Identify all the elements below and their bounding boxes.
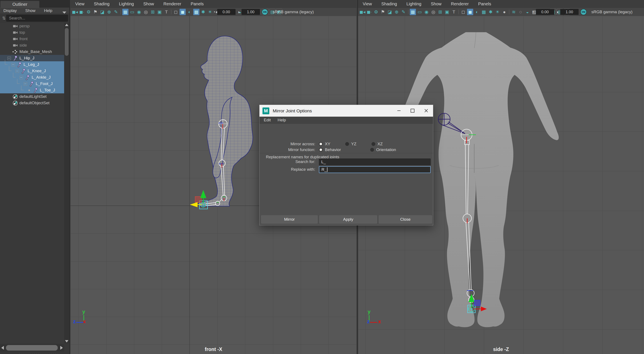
close-icon[interactable]: [419, 105, 433, 116]
search-for-field[interactable]: L_: [319, 159, 431, 165]
tree-expander[interactable]: [7, 48, 12, 55]
textured-icon[interactable]: ▩: [193, 9, 200, 15]
colorspace-dropdown[interactable]: sRGB gamma (legacy): [588, 9, 636, 15]
dialog-button[interactable]: Apply: [319, 215, 377, 223]
filter-icon[interactable]: ⇅: [2, 15, 6, 21]
outliner-horizontal-scrollbar[interactable]: [0, 344, 64, 352]
viewport-menu-item[interactable]: Panels: [191, 1, 204, 6]
xray-joints-icon[interactable]: ≋: [511, 9, 517, 15]
grid-icon[interactable]: ▦: [410, 9, 416, 15]
tree-expander[interactable]: [19, 74, 25, 80]
replace-with-field[interactable]: R_: [319, 166, 431, 173]
outliner-item[interactable]: L_Foot_J: [0, 80, 64, 87]
viewport-menu-item[interactable]: Renderer: [164, 1, 181, 6]
radio-option[interactable]: XZ: [372, 141, 382, 147]
grease-pencil-icon[interactable]: ✎: [113, 9, 119, 15]
two-sided-lighting-icon[interactable]: ☀: [207, 9, 213, 15]
tree-expander[interactable]: [7, 42, 12, 48]
radio-option[interactable]: YZ: [345, 141, 356, 147]
dialog-button[interactable]: Mirror: [261, 215, 318, 223]
tree-expander[interactable]: [7, 100, 12, 106]
tree-expander[interactable]: [7, 93, 12, 100]
safe-action-icon[interactable]: ▣: [156, 9, 163, 15]
outliner-item[interactable]: L_Knee_J: [0, 68, 64, 74]
outliner-menu-item[interactable]: Show: [25, 8, 36, 13]
outliner-item[interactable]: Male_Base_Mesh: [0, 48, 64, 55]
viewport-menu-item[interactable]: Lighting: [119, 1, 134, 6]
radio-icon[interactable]: [319, 142, 323, 146]
outliner-item[interactable]: L_Ankle_J: [0, 74, 64, 80]
outliner-search-input[interactable]: [6, 15, 68, 21]
viewport-menu-item[interactable]: Lighting: [406, 1, 421, 6]
dialog-menu-item[interactable]: Edit: [264, 118, 271, 122]
film-gate-icon[interactable]: ▭: [416, 9, 423, 15]
outliner-item[interactable]: persp: [0, 23, 64, 29]
panel-resize-grip[interactable]: ...................: [19, 352, 66, 354]
viewport-menu-item[interactable]: Show: [143, 1, 154, 6]
pan-zoom-icon[interactable]: ⊕: [394, 9, 400, 15]
gate-mask-icon[interactable]: ◎: [430, 9, 436, 15]
backface-culling-icon[interactable]: ◒: [524, 9, 530, 15]
horizontal-scroll-thumb[interactable]: [6, 345, 58, 351]
color-management-toggle[interactable]: ON: [580, 9, 587, 15]
tree-expander[interactable]: [11, 61, 17, 68]
contrast-value[interactable]: 1.00: [242, 9, 260, 15]
search-dropdown-icon[interactable]: [62, 11, 66, 14]
vertical-scroll-thumb[interactable]: [65, 28, 68, 56]
tree-expander[interactable]: [23, 80, 29, 87]
film-gate-icon[interactable]: ▭: [129, 9, 135, 15]
resolution-gate-icon[interactable]: ◉: [424, 9, 430, 15]
wireframe-icon[interactable]: ◻: [173, 9, 179, 15]
grid-icon[interactable]: ▦: [122, 9, 128, 15]
viewport-menu-item[interactable]: View: [75, 1, 84, 6]
pan-zoom-icon[interactable]: ⊕: [106, 9, 112, 15]
contrast-icon[interactable]: ◑: [556, 9, 558, 14]
dialog-button[interactable]: Close: [379, 215, 432, 223]
use-all-lights-icon[interactable]: ✱: [488, 9, 494, 15]
radio-option[interactable]: Orientation: [370, 147, 396, 153]
outliner-menu-item[interactable]: Help: [44, 8, 52, 13]
outliner-item[interactable]: L_Toe_J: [0, 87, 64, 93]
default-material-icon[interactable]: ◐: [474, 9, 480, 15]
outliner-item[interactable]: defaultObjectSet: [0, 100, 64, 106]
camera-icon[interactable]: ◼◂: [359, 9, 366, 15]
outliner-item[interactable]: top: [0, 29, 64, 36]
outliner-item[interactable]: front: [0, 36, 64, 42]
dialog-titlebar[interactable]: M Mirror Joint Options: [260, 105, 433, 117]
image-plane-icon[interactable]: ◪: [387, 9, 393, 15]
outliner-vertical-scrollbar[interactable]: [64, 23, 69, 343]
safe-title-icon[interactable]: T: [163, 9, 170, 15]
camera-attributes-icon[interactable]: ⚙: [86, 9, 92, 15]
exposure-value[interactable]: 0.00: [217, 9, 236, 15]
tree-expander[interactable]: [7, 29, 12, 36]
radio-icon[interactable]: [345, 142, 349, 146]
color-management-toggle[interactable]: ON: [262, 9, 268, 15]
outliner-tab[interactable]: Outliner: [0, 1, 39, 8]
exposure-icon[interactable]: ◔: [213, 9, 216, 14]
tree-expander[interactable]: [15, 68, 21, 74]
smooth-shade-icon[interactable]: ◼: [467, 9, 473, 15]
grease-pencil-icon[interactable]: ✎: [400, 9, 406, 15]
resolution-gate-icon[interactable]: ◉: [136, 9, 142, 15]
safe-title-icon[interactable]: T: [451, 9, 457, 15]
bookmark-icon[interactable]: ⚑: [92, 9, 98, 15]
xray-icon[interactable]: ◌: [518, 9, 524, 15]
exposure-value[interactable]: 0.00: [536, 9, 554, 15]
shadows-icon[interactable]: ●: [501, 9, 508, 15]
scroll-left-icon[interactable]: [1, 346, 4, 350]
outliner-item[interactable]: L_Hip_J: [0, 55, 64, 61]
outliner-item[interactable]: side: [0, 42, 64, 48]
radio-icon[interactable]: [370, 148, 374, 152]
textured-icon[interactable]: ▩: [481, 9, 487, 15]
camera-lock-icon[interactable]: ◼∙: [366, 9, 372, 15]
scroll-right-icon[interactable]: [60, 346, 63, 350]
viewport-menu-item[interactable]: Renderer: [451, 1, 469, 6]
smooth-shade-icon[interactable]: ◼: [180, 9, 186, 15]
exposure-icon[interactable]: ◔: [532, 9, 534, 14]
default-material-icon[interactable]: ◐: [186, 9, 192, 15]
tree-expander[interactable]: [7, 23, 12, 29]
gate-mask-icon[interactable]: ◎: [143, 9, 149, 15]
minimize-button[interactable]: [392, 105, 406, 116]
colorspace-dropdown[interactable]: sRGB gamma (legacy): [270, 9, 317, 15]
camera-lock-icon[interactable]: ◼∙: [79, 9, 85, 15]
